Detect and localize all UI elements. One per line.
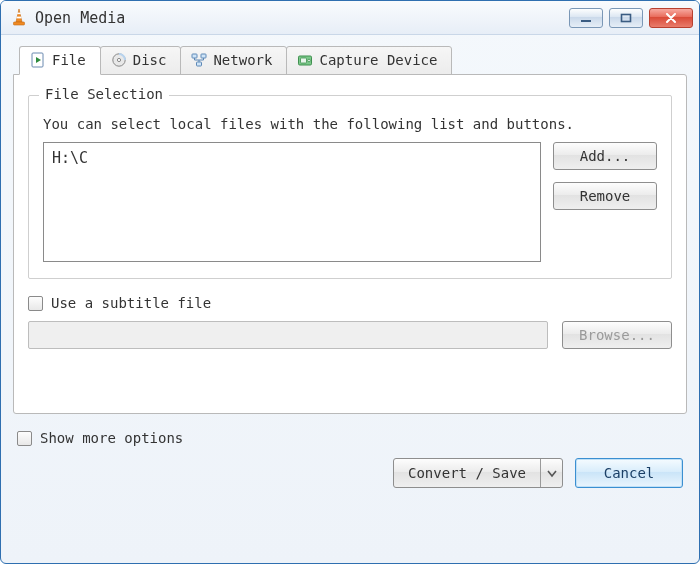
remove-button-label: Remove (580, 188, 631, 204)
svg-rect-2 (14, 22, 25, 25)
show-more-label: Show more options (40, 430, 183, 446)
cancel-button-label: Cancel (604, 465, 655, 481)
tab-file-panel: File Selection You can select local file… (13, 74, 687, 414)
show-more-row: Show more options (17, 430, 683, 446)
remove-button[interactable]: Remove (553, 182, 657, 210)
file-list[interactable]: H:\C (43, 142, 541, 262)
svg-rect-12 (301, 58, 307, 63)
svg-rect-0 (17, 12, 21, 14)
show-more-checkbox[interactable] (17, 431, 32, 446)
tab-disc[interactable]: Disc (100, 46, 182, 75)
vlc-cone-icon (9, 8, 29, 28)
disc-icon (111, 52, 127, 68)
svg-rect-3 (581, 20, 591, 22)
file-selection-group: File Selection You can select local file… (28, 95, 672, 279)
file-selection-hint: You can select local files with the foll… (43, 116, 657, 132)
svg-rect-8 (192, 54, 197, 58)
convert-save-button[interactable]: Convert / Save (393, 458, 563, 488)
file-selection-legend: File Selection (39, 86, 169, 102)
subtitle-group: Use a subtitle file Browse... (28, 295, 672, 349)
browse-button: Browse... (562, 321, 672, 349)
capture-device-icon (297, 52, 313, 68)
cancel-button[interactable]: Cancel (575, 458, 683, 488)
network-icon (191, 52, 207, 68)
use-subtitle-checkbox[interactable] (28, 296, 43, 311)
browse-button-label: Browse... (579, 327, 655, 343)
convert-save-label: Convert / Save (408, 465, 526, 481)
chevron-down-icon (547, 465, 557, 481)
tab-network-label: Network (213, 52, 272, 68)
window-controls (569, 8, 693, 28)
subtitle-path-field (28, 321, 548, 349)
dialog-buttons: Convert / Save Cancel (13, 458, 683, 488)
svg-rect-10 (197, 62, 202, 66)
play-file-icon (30, 52, 46, 68)
minimize-button[interactable] (569, 8, 603, 28)
client-area: File Disc (1, 35, 699, 563)
add-button-label: Add... (580, 148, 631, 164)
maximize-button[interactable] (609, 8, 643, 28)
file-list-item[interactable]: H:\C (52, 149, 532, 167)
titlebar: Open Media (1, 1, 699, 35)
tab-network[interactable]: Network (180, 46, 287, 75)
use-subtitle-label: Use a subtitle file (51, 295, 211, 311)
open-media-window: Open Media (0, 0, 700, 564)
add-button[interactable]: Add... (553, 142, 657, 170)
tab-capture-label: Capture Device (319, 52, 437, 68)
tabs: File Disc (13, 45, 687, 414)
convert-save-dropdown[interactable] (540, 459, 562, 487)
window-title: Open Media (35, 9, 569, 27)
tab-disc-label: Disc (133, 52, 167, 68)
tab-file[interactable]: File (19, 46, 101, 75)
tab-capture-device[interactable]: Capture Device (286, 46, 452, 75)
close-button[interactable] (649, 8, 693, 28)
svg-point-7 (117, 58, 120, 61)
svg-rect-4 (622, 14, 631, 21)
svg-rect-9 (201, 54, 206, 58)
svg-rect-1 (17, 16, 22, 18)
svg-point-13 (308, 59, 311, 62)
tab-file-label: File (52, 52, 86, 68)
